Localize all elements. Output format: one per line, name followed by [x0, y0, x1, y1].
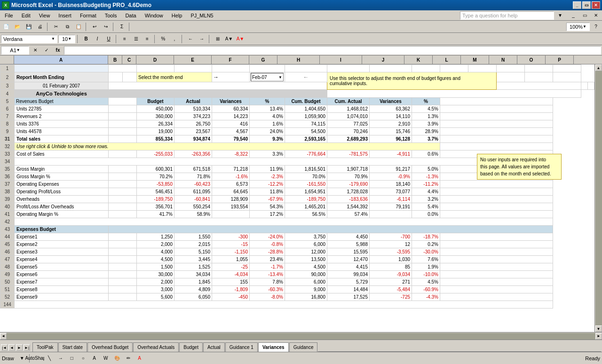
cell-reference-box[interactable]: A1 ▼	[1, 46, 29, 55]
draw-linecolor-button[interactable]: ✏	[123, 354, 134, 363]
col-header-o[interactable]: O	[517, 55, 546, 64]
open-button[interactable]: 📂	[12, 22, 23, 32]
help-arrow-button[interactable]: ▼	[555, 11, 565, 20]
undo-button[interactable]: ↩	[89, 22, 100, 32]
zoom-box[interactable]: 100% ▼	[566, 23, 590, 31]
draw-line-button[interactable]: ╲	[44, 354, 55, 363]
fill-color-button[interactable]: A▼	[224, 34, 234, 44]
copy-button[interactable]: ⧉	[62, 22, 72, 32]
col-header-c[interactable]: C	[122, 55, 136, 64]
indent-dec-button[interactable]: ←	[185, 34, 196, 44]
restore-app-button[interactable]: ▭	[579, 11, 590, 20]
draw-oval-button[interactable]: ○	[78, 354, 88, 363]
draw-rect-button[interactable]: □	[67, 354, 77, 363]
font-selector[interactable]: Verdana ▼	[1, 35, 57, 43]
confirm-formula-button[interactable]: ✓	[41, 46, 52, 55]
tab-variances[interactable]: Variances	[258, 342, 289, 352]
close-button[interactable]: ✕	[592, 1, 600, 9]
draw-fill-button[interactable]: 🎨	[112, 354, 122, 363]
scroll-right-button[interactable]: ►	[595, 333, 602, 340]
menu-window[interactable]: Window	[141, 12, 167, 19]
sum-button[interactable]: Σ	[117, 22, 127, 32]
cell-a1[interactable]	[15, 65, 109, 72]
draw-textbox-button[interactable]: A	[89, 354, 100, 363]
tab-next-button[interactable]: ►	[16, 344, 23, 351]
col-header-e[interactable]: E	[174, 55, 212, 64]
tab-first-button[interactable]: |◄	[1, 344, 8, 351]
tab-budget[interactable]: Budget	[179, 342, 203, 352]
align-center-button[interactable]: ☰	[131, 34, 141, 44]
col-header-f[interactable]: F	[212, 55, 249, 64]
col-header-m[interactable]: M	[461, 55, 489, 64]
tab-last-button[interactable]: ►|	[24, 344, 30, 351]
autoshapes-button[interactable]: AutoShapes	[33, 354, 43, 363]
menu-format[interactable]: Format	[76, 12, 100, 19]
font-color-button[interactable]: A▼	[235, 34, 246, 44]
month-dropdown[interactable]: Feb-07 ▼	[251, 73, 284, 81]
save-button[interactable]: 💾	[24, 22, 34, 32]
percent-button[interactable]: %	[158, 34, 168, 44]
col-header-k[interactable]: K	[404, 55, 433, 64]
tab-actual[interactable]: Actual	[203, 342, 225, 352]
new-button[interactable]: 📄	[1, 22, 11, 32]
tab-overhead-actuals[interactable]: Overhead Actuals	[133, 342, 179, 352]
draw-fontcolor-button[interactable]: A	[135, 354, 145, 363]
formula-input[interactable]	[64, 46, 601, 55]
col-header-l[interactable]: L	[433, 55, 461, 64]
menu-file[interactable]: File	[1, 12, 17, 19]
help-search-box[interactable]: Type a question for help	[460, 11, 554, 20]
insert-function-button[interactable]: fx	[53, 46, 63, 55]
restore-button[interactable]: ▭	[582, 1, 591, 9]
col-header-j[interactable]: J	[362, 55, 404, 64]
font-size-selector[interactable]: 10 ▼	[58, 35, 75, 43]
horizontal-scrollbar[interactable]: ◄ ►	[0, 332, 602, 340]
draw-wordart-button[interactable]: W	[101, 354, 111, 363]
close-app-button[interactable]: ✕	[591, 11, 601, 20]
minimize-app-button[interactable]: _	[568, 11, 578, 20]
col-header-g[interactable]: G	[249, 55, 277, 64]
indent-inc-button[interactable]: →	[197, 34, 207, 44]
col-header-h[interactable]: H	[277, 55, 320, 64]
tab-start-date[interactable]: Start date	[58, 342, 87, 352]
scroll-left-button[interactable]: ◄	[0, 333, 7, 340]
col-header-i[interactable]: I	[320, 55, 362, 64]
minimize-button[interactable]: _	[573, 1, 581, 9]
tab-overhead-budget[interactable]: Overhead Budget	[87, 342, 133, 352]
comma-button[interactable]: ,	[169, 34, 180, 44]
align-right-button[interactable]: ≡	[142, 34, 152, 44]
help-icon[interactable]: ?	[591, 22, 601, 32]
italic-button[interactable]: I	[92, 34, 103, 44]
paste-button[interactable]: 📋	[73, 22, 84, 32]
redo-button[interactable]: ↪	[101, 22, 111, 32]
menu-insert[interactable]: Insert	[55, 12, 75, 19]
col-header-n[interactable]: N	[489, 55, 517, 64]
bold-button[interactable]: B	[81, 34, 91, 44]
menu-view[interactable]: View	[35, 12, 54, 19]
cell-a6: Units 22785	[15, 105, 109, 113]
tab-guidance[interactable]: Guidance	[289, 342, 318, 352]
draw-label[interactable]: Draw	[2, 356, 14, 361]
col-header-d[interactable]: D	[136, 55, 174, 64]
col-header-b[interactable]: B	[108, 55, 122, 64]
col-header-p[interactable]: P	[546, 55, 574, 64]
cut-button[interactable]: ✂	[51, 22, 61, 32]
print-button[interactable]: 🖨	[35, 22, 45, 32]
vertical-scrollbar[interactable]: ▲ ▼	[594, 64, 602, 332]
menu-help[interactable]: Help	[168, 12, 186, 19]
tab-guidance-1[interactable]: Guidance 1	[225, 342, 258, 352]
align-left-button[interactable]: ≡	[119, 34, 130, 44]
scroll-down-button[interactable]: ▼	[595, 325, 602, 332]
menu-data[interactable]: Data	[121, 12, 140, 19]
menu-tools[interactable]: Tools	[101, 12, 121, 19]
cell-month-dropdown[interactable]: Feb-07 ▼	[250, 72, 285, 82]
underline-button[interactable]: U	[103, 34, 114, 44]
cancel-formula-button[interactable]: ✕	[30, 46, 40, 55]
scroll-up-button[interactable]: ▲	[595, 64, 602, 71]
menu-edit[interactable]: Edit	[18, 12, 34, 19]
tab-toolpak[interactable]: ToolPak	[32, 342, 58, 352]
border-button[interactable]: ⊞	[213, 34, 223, 44]
draw-arrow-button[interactable]: →	[55, 354, 66, 363]
menu-pjmln5[interactable]: PJ_MLN5	[187, 12, 217, 19]
col-header-a[interactable]: A	[14, 55, 108, 64]
tab-prev-button[interactable]: ◄	[8, 344, 15, 351]
